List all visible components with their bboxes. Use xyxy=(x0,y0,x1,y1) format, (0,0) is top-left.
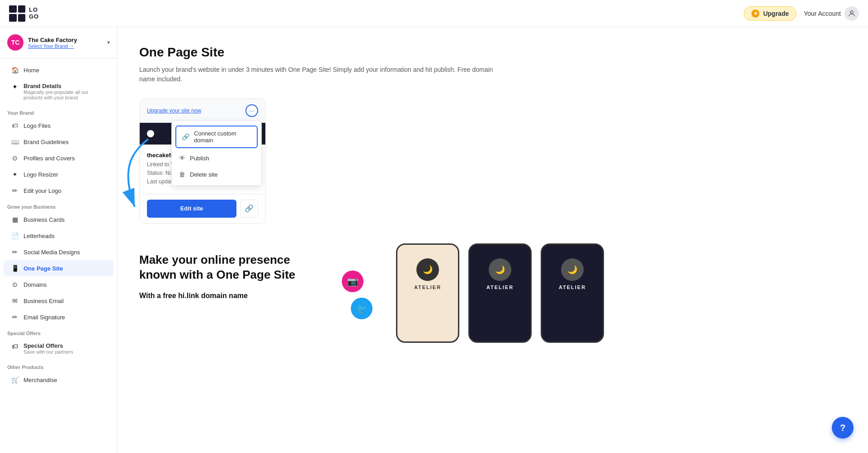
select-brand-link[interactable]: Select Your Brand → xyxy=(28,43,77,49)
connect-domain-item[interactable]: 🔗 Connect custom domain xyxy=(175,126,258,148)
site-card-header: Upgrade your site now ··· xyxy=(140,99,265,123)
logo-text: LOGO xyxy=(29,7,39,20)
brand-details-icon: ✦ xyxy=(11,83,19,91)
bottom-subtitle: With a free hi.link domain name xyxy=(139,292,320,300)
brand-details-sub: Magically pre-populate all our products … xyxy=(24,89,106,100)
section-other-products: Other Products xyxy=(0,359,117,372)
publish-icon: 👁 xyxy=(179,154,185,162)
main-content: One Page Site Launch your brand's websit… xyxy=(118,27,868,453)
sidebar-item-logo-files[interactable]: 🏷 Logo Files xyxy=(4,117,113,134)
upgrade-button[interactable]: ★ Upgrade xyxy=(744,6,797,21)
edit-site-button[interactable]: Edit site xyxy=(147,200,236,218)
phone-mockup-3: 🌙 ATELIER xyxy=(541,243,604,343)
sidebar-item-merchandise[interactable]: 🛒 Merchandise xyxy=(4,372,113,388)
phone-logo-2: 🌙 xyxy=(489,258,511,281)
social-media-icon: ✏ xyxy=(11,248,19,256)
sidebar-item-letterheads[interactable]: 📄 Letterheads xyxy=(4,228,113,244)
dropdown-menu: 🔗 Connect custom domain 👁 Publish 🗑 Dele… xyxy=(171,121,262,186)
business-email-icon: ✉ xyxy=(11,297,19,305)
profiles-covers-icon: ⊙ xyxy=(11,154,19,162)
sidebar-item-profiles-covers[interactable]: ⊙ Profiles and Covers xyxy=(4,150,113,166)
letterheads-icon: 📄 xyxy=(11,232,19,240)
phone-mockup-1: 🌙 ATELIER xyxy=(396,243,459,343)
dots-menu-button[interactable]: ··· xyxy=(245,104,258,117)
brand-details-title: Brand Details xyxy=(24,83,106,89)
account-avatar xyxy=(844,6,859,21)
site-card: Upgrade your site now ··· 🔗 Connect cust… xyxy=(139,98,266,224)
twitter-icon: 🐦 xyxy=(351,298,373,319)
svg-point-0 xyxy=(850,11,853,14)
sidebar-item-domains[interactable]: ⊙ Domains xyxy=(4,276,113,293)
header-right: ★ Upgrade Your Account xyxy=(744,6,859,21)
delete-icon: 🗑 xyxy=(179,171,185,178)
special-offers-text: Special Offers Save with our partners xyxy=(24,342,73,355)
upgrade-label: Upgrade xyxy=(763,10,789,17)
header: LOGO ★ Upgrade Your Account xyxy=(0,0,868,27)
instagram-icon: 📷 xyxy=(342,271,363,292)
merchandise-icon: 🛒 xyxy=(11,376,19,384)
logo-icon xyxy=(9,5,25,22)
sidebar: TC The Cake Factory Select Your Brand → … xyxy=(0,27,118,453)
sidebar-item-special-offers[interactable]: 🏷 Special Offers Save with our partners xyxy=(4,338,113,359)
brand-left: TC The Cake Factory Select Your Brand → xyxy=(7,34,77,51)
sidebar-item-label: Home xyxy=(24,67,39,74)
one-page-site-icon: 📱 xyxy=(11,264,19,272)
section-special-offers: Special Offers xyxy=(0,325,117,338)
section-grow-business: Grow your Business xyxy=(0,199,117,211)
special-offers-icon: 🏷 xyxy=(11,342,19,350)
phone-mockup-2: 🌙 ATELIER xyxy=(468,243,532,343)
delete-site-item[interactable]: 🗑 Delete site xyxy=(172,166,261,182)
brand-avatar: TC xyxy=(7,34,24,51)
account-label: Your Account xyxy=(804,10,841,17)
site-actions: Edit site 🔗 xyxy=(140,194,265,223)
logo-files-icon: 🏷 xyxy=(11,121,19,130)
section-your-brand: Your Brand xyxy=(0,105,117,117)
sidebar-item-edit-logo[interactable]: ✏ Edit your Logo xyxy=(4,182,113,199)
sidebar-item-logo-resizer[interactable]: ✦ Logo Resizer xyxy=(4,166,113,182)
sidebar-item-one-page-site[interactable]: 📱 One Page Site xyxy=(4,260,113,276)
brand-details-text: Brand Details Magically pre-populate all… xyxy=(24,83,106,100)
preview-dot xyxy=(147,130,154,137)
bottom-title: Make your online presence known with a O… xyxy=(139,252,320,283)
sidebar-brand[interactable]: TC The Cake Factory Select Your Brand → … xyxy=(0,27,117,58)
brand-guidelines-icon: 📖 xyxy=(11,138,19,146)
special-offers-title: Special Offers xyxy=(24,342,73,349)
upgrade-icon: ★ xyxy=(751,9,760,18)
link-icon: 🔗 xyxy=(182,133,189,140)
phone-logo-1: 🌙 xyxy=(416,258,439,281)
sidebar-item-business-cards[interactable]: ▦ Business Cards xyxy=(4,211,113,228)
help-button[interactable]: ? xyxy=(832,417,854,439)
sidebar-item-social-media[interactable]: ✏ Social Media Designs xyxy=(4,244,113,260)
account-button[interactable]: Your Account xyxy=(804,6,859,21)
main-layout: TC The Cake Factory Select Your Brand → … xyxy=(0,27,868,453)
edit-logo-icon: ✏ xyxy=(11,187,19,195)
upgrade-site-link[interactable]: Upgrade your site now xyxy=(147,107,201,114)
special-offers-sub: Save with our partners xyxy=(24,349,73,355)
copy-link-button[interactable]: 🔗 xyxy=(240,200,258,218)
mockup-area: 📷 🐦 🌙 ATELIER 🌙 ATELIER 🌙 ATELIER xyxy=(342,252,613,343)
sidebar-item-brand-guidelines[interactable]: 📖 Brand Guidelines xyxy=(4,134,113,150)
site-card-container: Upgrade your site now ··· 🔗 Connect cust… xyxy=(139,98,266,224)
page-desc: Launch your brand's website in under 3 m… xyxy=(139,65,501,84)
bottom-section: Make your online presence known with a O… xyxy=(139,252,846,343)
brand-info: The Cake Factory Select Your Brand → xyxy=(28,37,77,49)
phone-brand-1: ATELIER xyxy=(397,285,458,290)
sidebar-item-business-email[interactable]: ✉ Business Email xyxy=(4,293,113,309)
logo-resizer-icon: ✦ xyxy=(11,170,19,178)
page-title: One Page Site xyxy=(139,45,846,60)
chevron-down-icon: ▾ xyxy=(107,39,110,46)
brand-name: The Cake Factory xyxy=(28,37,77,43)
business-cards-icon: ▦ xyxy=(11,215,19,224)
phone-brand-3: ATELIER xyxy=(542,285,603,290)
delete-label: Delete site xyxy=(190,171,217,178)
sidebar-item-brand-details[interactable]: ✦ Brand Details Magically pre-populate a… xyxy=(4,78,113,105)
phone-brand-2: ATELIER xyxy=(470,285,530,290)
publish-item[interactable]: 👁 Publish xyxy=(172,150,261,166)
phone-logo-3: 🌙 xyxy=(561,258,584,281)
email-signature-icon: ✏ xyxy=(11,313,19,321)
home-icon: 🏠 xyxy=(11,66,19,74)
logo: LOGO xyxy=(9,5,39,22)
sidebar-item-home[interactable]: 🏠 Home xyxy=(4,62,113,78)
connect-domain-label: Connect custom domain xyxy=(194,130,251,144)
sidebar-item-email-signature[interactable]: ✏ Email Signature xyxy=(4,309,113,325)
